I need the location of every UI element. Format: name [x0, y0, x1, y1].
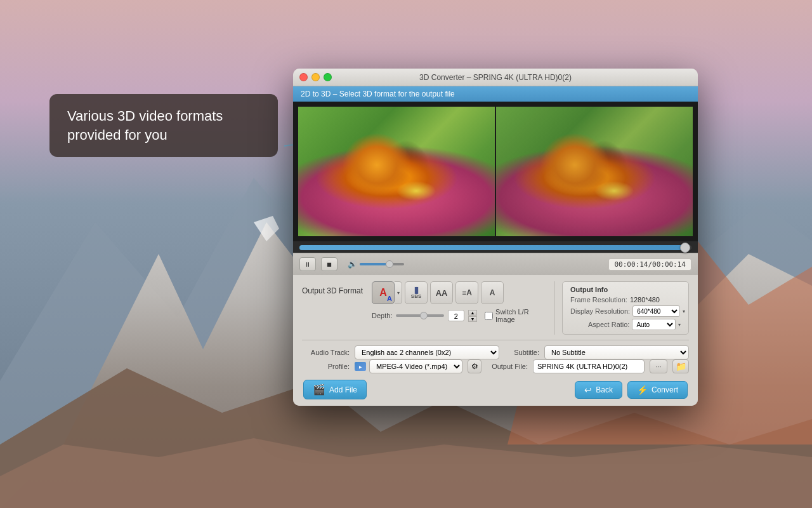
- folder-button[interactable]: 📁: [672, 359, 689, 373]
- profile-output-row: Profile: ▶ MPEG-4 Video (*.mp4) ⚙ Output…: [302, 359, 689, 373]
- output-info-title: Output Info: [570, 286, 681, 293]
- app-window: 3D Converter – SPRING 4K (ULTRA HD)0(2) …: [293, 69, 698, 406]
- convert-button[interactable]: ⚡ Convert: [627, 381, 688, 399]
- frame-format-button[interactable]: A: [481, 281, 504, 304]
- stop-button[interactable]: ⏹: [321, 257, 337, 271]
- format-buttons: A A ▾ ▐▌ SBS: [372, 281, 546, 304]
- subtitle-bar: 2D to 3D – Select 3D format for the outp…: [293, 86, 698, 102]
- depth-value: 2: [448, 310, 464, 321]
- back-button[interactable]: ↩ Back: [575, 381, 622, 399]
- video-right: [496, 107, 693, 236]
- tb-icon: AA: [436, 288, 448, 298]
- depth-slider[interactable]: [396, 314, 443, 317]
- subtitle-label: Subtitle:: [504, 349, 539, 356]
- audio-track-select[interactable]: English aac 2 channels (0x2): [355, 345, 499, 359]
- frame-resolution-value: 1280*480: [630, 296, 660, 304]
- add-file-label: Add File: [329, 385, 357, 394]
- close-button[interactable]: [299, 73, 308, 81]
- sbs-icon: ▐▌: [413, 287, 420, 293]
- time-display: 00:00:14/00:00:14: [608, 258, 691, 271]
- volume-fill: [360, 263, 386, 265]
- frame-resolution-label: Frame Resolution:: [570, 296, 627, 304]
- side-by-side-format-button[interactable]: ▐▌ SBS: [405, 281, 428, 304]
- horizontal-divider: [302, 340, 689, 340]
- stop-icon: ⏹: [326, 261, 332, 268]
- profile-icon: ▶: [355, 362, 366, 371]
- aspect-ratio-select[interactable]: Auto 4:3 16:9: [632, 319, 676, 330]
- frame-resolution-row: Frame Resolution: 1280*480: [570, 296, 681, 304]
- main-content-row: Output 3D Format A A ▾: [302, 281, 689, 335]
- aspect-ratio-dropdown-icon: ▾: [678, 322, 681, 328]
- browse-button[interactable]: ···: [650, 359, 667, 373]
- audio-subtitle-row: Audio Track: English aac 2 channels (0x2…: [302, 345, 689, 359]
- profile-settings-button[interactable]: ⚙: [468, 359, 481, 373]
- volume-thumb[interactable]: [386, 260, 393, 268]
- pause-button[interactable]: ⏸: [299, 257, 316, 271]
- left-panel: Output 3D Format A A ▾: [302, 281, 546, 330]
- pause-icon: ⏸: [304, 261, 311, 268]
- sbs-label: SBS: [411, 293, 421, 299]
- switch-lr-label: Switch L/R Image: [495, 308, 546, 323]
- volume-section: 🔊: [348, 260, 404, 269]
- format-section: Output 3D Format A A ▾: [302, 281, 546, 323]
- switch-lr-section: Switch L/R Image: [485, 308, 546, 323]
- butterfly-left: [298, 107, 495, 236]
- depth-label: Depth:: [372, 312, 392, 319]
- convert-icon: ⚡: [637, 385, 648, 395]
- output-file-input[interactable]: [533, 359, 645, 373]
- volume-icon: 🔊: [348, 260, 357, 269]
- tooltip-bubble: Various 3D video formats provided for yo…: [49, 94, 278, 157]
- audio-track-label: Audio Track:: [302, 349, 350, 356]
- add-file-button[interactable]: 🎬 Add File: [303, 380, 367, 399]
- seek-bar-container[interactable]: [293, 241, 698, 253]
- back-icon: ↩: [584, 385, 592, 395]
- anaglyph-format-button[interactable]: A A: [372, 281, 395, 304]
- profile-select[interactable]: MPEG-4 Video (*.mp4): [369, 359, 462, 373]
- aspect-ratio-row: Aspect Ratio: Auto 4:3 16:9 ▾: [570, 319, 681, 330]
- title-bar: 3D Converter – SPRING 4K (ULTRA HD)0(2): [293, 69, 698, 86]
- display-resolution-select[interactable]: 640*480 1280*720 1920*1080: [632, 305, 680, 317]
- minimize-button[interactable]: [311, 73, 320, 81]
- anaglyph-blue-icon: A: [387, 295, 392, 302]
- settings-area: Output 3D Format A A ▾: [293, 275, 698, 406]
- profile-label: Profile:: [302, 363, 350, 370]
- output-info: Output Info Frame Resolution: 1280*480 D…: [562, 281, 689, 335]
- frame-icon: A: [490, 288, 495, 297]
- switch-lr-checkbox[interactable]: [485, 312, 493, 320]
- tooltip-text: Various 3D video formats provided for yo…: [67, 108, 223, 143]
- anaglyph-dropdown[interactable]: ▾: [395, 281, 402, 304]
- profile-group: ▶ MPEG-4 Video (*.mp4): [355, 359, 462, 373]
- output-file-label: Output File:: [487, 363, 528, 370]
- format-section-label: Output 3D Format: [302, 281, 363, 295]
- right-action-buttons: ↩ Back ⚡ Convert: [575, 381, 688, 399]
- convert-label: Convert: [652, 385, 678, 394]
- subtitle-bar-text: 2D to 3D – Select 3D format for the outp…: [301, 90, 455, 98]
- controls-bar: ⏸ ⏹ 🔊 00:00:14/00:00:14: [293, 253, 698, 275]
- display-resolution-dropdown-icon: ▾: [683, 309, 685, 314]
- depth-thumb[interactable]: [420, 312, 428, 319]
- butterfly-right: [496, 107, 693, 236]
- video-left: [298, 107, 495, 236]
- top-bottom-format-button[interactable]: AA: [430, 281, 453, 304]
- vertical-divider: [554, 281, 554, 335]
- interlaced-format-button[interactable]: ≡A: [455, 281, 478, 304]
- window-controls: [299, 73, 332, 81]
- depth-stepper: ▲ ▼: [468, 310, 477, 322]
- depth-down-button[interactable]: ▼: [468, 316, 477, 322]
- display-resolution-label: Display Resolution:: [570, 307, 630, 315]
- anaglyph-icon: A: [379, 287, 387, 298]
- maximize-button[interactable]: [324, 73, 332, 81]
- anaglyph-btn-group: A A ▾: [372, 281, 402, 304]
- volume-slider[interactable]: [360, 263, 404, 265]
- aspect-ratio-label: Aspect Ratio:: [588, 321, 629, 328]
- right-panel: Output Info Frame Resolution: 1280*480 D…: [562, 281, 689, 335]
- seek-bar[interactable]: [299, 245, 691, 250]
- seek-bar-thumb[interactable]: [680, 243, 690, 253]
- depth-row: Depth: 2 ▲ ▼ Switch L/R Image: [372, 308, 546, 323]
- interlaced-icon: ≡A: [462, 288, 472, 297]
- subtitle-select[interactable]: No Subtitle: [544, 345, 689, 359]
- seek-bar-fill: [299, 245, 684, 250]
- video-preview-area: [293, 102, 698, 241]
- depth-up-button[interactable]: ▲: [468, 310, 477, 316]
- display-resolution-row: Display Resolution: 640*480 1280*720 192…: [570, 305, 681, 317]
